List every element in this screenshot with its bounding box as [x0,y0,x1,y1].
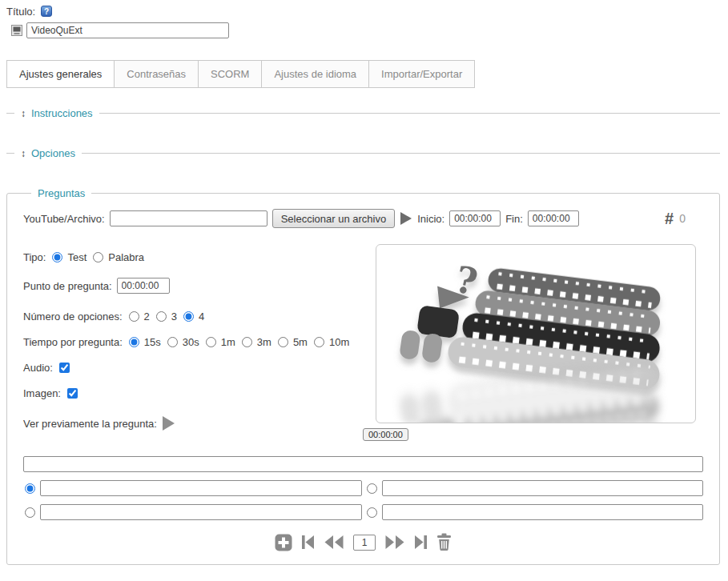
hash-icon: # [665,210,674,228]
tiempo-radio-15s[interactable] [129,337,139,347]
numero-radio-4[interactable] [183,311,194,322]
select-file-button[interactable]: Seleccionar un archivo [272,209,396,228]
tipo-radio-test[interactable] [52,252,62,262]
numero-option-2[interactable]: 2 [127,311,150,323]
tab-scorm[interactable]: SCORM [198,60,262,88]
numero-radio-3[interactable] [156,311,167,322]
answer-row [23,504,703,520]
tipo-label: Tipo: [23,251,46,263]
question-text-input[interactable] [23,456,703,472]
load-video-play-icon[interactable] [400,211,412,226]
answer-input-2[interactable] [382,480,704,496]
tab-ajustes-idioma[interactable]: Ajustes de idioma [261,60,369,88]
rewind-icon [324,534,344,551]
audio-label: Audio: [23,362,53,374]
preview-label: Ver previamente la pregunta: [23,418,157,430]
settings-tabs: Ajustes generales Contraseñas SCORM Ajus… [6,60,720,88]
answer-radio-3[interactable] [25,507,35,518]
tipo-option-palabra[interactable]: Palabra [91,251,144,263]
answer-input-4[interactable] [382,504,704,520]
numero-opciones-label: Número de opciones: [23,311,123,323]
tiempo-option-3m[interactable]: 3m [240,336,271,348]
answer-radio-4[interactable] [367,507,377,518]
title-input[interactable] [26,22,229,38]
add-question-button[interactable] [275,534,292,551]
tipo-radio-palabra[interactable] [93,252,103,262]
fin-input[interactable] [528,210,579,226]
collapse-icon: ↕ [21,149,26,158]
tiempo-radio-3m[interactable] [242,337,252,347]
last-icon [414,534,428,551]
last-question-button[interactable] [414,534,428,551]
answer-row [23,480,703,496]
section-opciones-toggle[interactable]: ↕ Opciones [14,147,82,159]
answer-radio-1[interactable] [25,483,35,494]
question-pager [23,533,703,551]
audio-checkbox[interactable] [59,363,70,373]
video-preview[interactable]: ? [376,244,696,423]
question-page-input[interactable] [353,535,376,551]
forward-icon [384,534,405,551]
punto-label: Punto de pregunta: [23,280,112,292]
tiempo-option-10m[interactable]: 10m [312,336,349,348]
tiempo-option-1m[interactable]: 1m [204,336,235,348]
answer-radio-2[interactable] [367,483,377,494]
plus-icon [275,534,292,551]
collapse-icon: ↕ [21,109,26,118]
tiempo-option-5m[interactable]: 5m [276,336,308,348]
prev-question-button[interactable] [324,534,344,551]
section-preguntas-legend[interactable]: Preguntas [31,187,91,199]
numero-option-4[interactable]: 4 [182,311,204,323]
video-current-time[interactable]: 00:00:00 [363,428,408,441]
question-count: 0 [679,212,686,225]
tab-ajustes-generales[interactable]: Ajustes generales [6,60,115,88]
question-counter: # 0 [665,210,686,228]
answer-input-3[interactable] [40,504,362,520]
answer-input-1[interactable] [40,480,362,496]
youtube-url-input[interactable] [110,210,267,226]
inicio-input[interactable] [449,210,501,226]
punto-pregunta-input[interactable] [117,278,170,294]
videoquext-logo: ? [376,245,695,423]
section-preguntas-label: Preguntas [38,187,85,199]
numero-option-3[interactable]: 3 [155,311,177,323]
first-question-button[interactable] [301,534,315,551]
imagen-checkbox[interactable] [67,388,78,399]
help-icon[interactable]: ? [41,6,52,17]
tiempo-option-30s[interactable]: 30s [166,336,199,348]
section-instrucciones-toggle[interactable]: ↕ Instrucciones [14,107,99,119]
tiempo-label: Tiempo por pregunta: [23,336,123,348]
tiempo-option-15s[interactable]: 15s [127,336,161,348]
tiempo-radio-30s[interactable] [167,337,178,347]
tipo-option-test[interactable]: Test [50,251,86,263]
section-opciones-label: Opciones [31,147,75,159]
preview-play-icon[interactable] [162,415,175,431]
media-icon [11,25,22,36]
inicio-label: Inicio: [417,213,444,225]
section-opciones: ↕ Opciones [6,147,720,159]
tiempo-radio-10m[interactable] [314,337,324,347]
numero-radio-2[interactable] [129,311,139,322]
next-question-button[interactable] [384,534,405,551]
first-icon [301,534,315,551]
section-instrucciones-label: Instrucciones [31,107,93,119]
tiempo-radio-5m[interactable] [278,337,288,347]
tab-importar-exportar[interactable]: Importar/Exportar [368,60,475,88]
tab-contrasenas[interactable]: Contraseñas [114,60,199,88]
delete-question-button[interactable] [436,533,452,551]
title-label: Título: [6,6,35,18]
trash-icon [436,533,452,551]
section-preguntas: Preguntas YouTube/Archivo: Seleccionar u… [6,187,720,565]
tiempo-radio-1m[interactable] [206,337,216,347]
fin-label: Fin: [505,213,523,225]
videoquext-editor: Título: ? Ajustes generales Contraseñas … [0,0,728,581]
youtube-label: YouTube/Archivo: [23,213,105,225]
imagen-label: Imagen: [23,387,61,399]
section-instrucciones: ↕ Instrucciones [6,107,720,119]
